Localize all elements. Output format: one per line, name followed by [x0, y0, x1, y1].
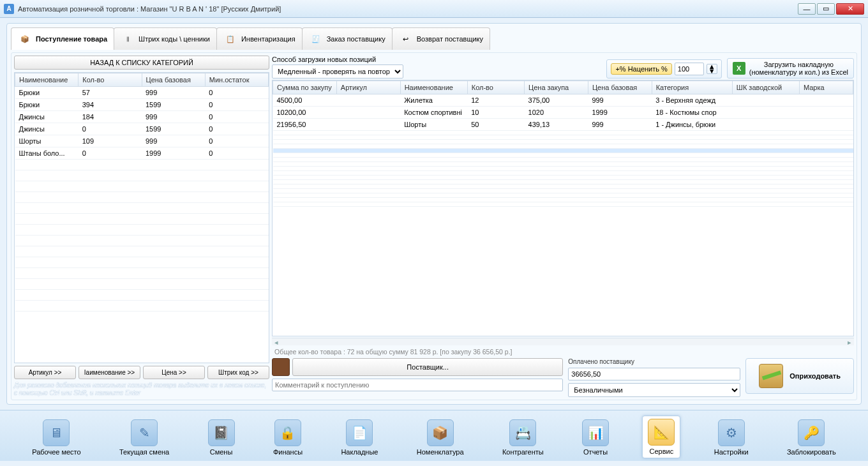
- tab-2[interactable]: 📋Инвентаризация: [216, 27, 303, 50]
- nav-icon: 📦: [427, 419, 454, 446]
- quick-entry-button[interactable]: Iаименование >>: [79, 366, 140, 379]
- titlebar: A Автоматизация розничной торговли : Маг…: [0, 0, 868, 18]
- column-header[interactable]: Мин.остаток: [205, 73, 268, 87]
- right-column: Способ загрузки новых позиций Медленный …: [272, 56, 854, 397]
- nav-item[interactable]: 🔒Финансы: [268, 417, 308, 458]
- column-header[interactable]: Кол-во: [467, 81, 524, 94]
- table-row[interactable]: Джинсы1849990: [15, 111, 269, 123]
- table-row[interactable]: [273, 176, 853, 180]
- table-row[interactable]: [273, 193, 853, 198]
- maximize-button[interactable]: ▭: [817, 3, 835, 15]
- column-header[interactable]: ШК заводской: [732, 81, 799, 94]
- quick-entry-button[interactable]: Артикул >>: [14, 366, 76, 379]
- column-header[interactable]: Цена базовая: [142, 73, 205, 87]
- markup-percent-input[interactable]: [675, 63, 704, 75]
- nav-icon: 🖥: [43, 419, 70, 446]
- table-row[interactable]: Брюки39415990: [15, 99, 269, 111]
- table-row[interactable]: [273, 131, 853, 135]
- table-row[interactable]: [273, 162, 853, 167]
- column-header[interactable]: Артикул: [336, 81, 400, 94]
- receive-button[interactable]: Оприходовать: [745, 358, 854, 394]
- table-row[interactable]: [273, 184, 853, 189]
- quick-entry-button[interactable]: Цена >>: [143, 366, 205, 379]
- table-row[interactable]: Шорты1099990: [15, 135, 269, 147]
- column-header[interactable]: Марка: [799, 81, 853, 94]
- table-row[interactable]: 10200,00Костюм спортивнi101020199918 - К…: [273, 107, 853, 119]
- tab-icon: 📋: [223, 32, 237, 46]
- table-row[interactable]: [273, 202, 853, 207]
- nav-icon: 📄: [346, 419, 373, 446]
- table-row[interactable]: [273, 144, 853, 149]
- comment-input[interactable]: [272, 379, 563, 391]
- scroll-left-icon[interactable]: ◂: [272, 338, 281, 345]
- loadmode-select[interactable]: Медленный - проверять на повтор: [272, 64, 403, 79]
- table-row[interactable]: Брюки579990: [15, 87, 269, 99]
- tab-4[interactable]: ↩Возврат поставщику: [392, 27, 490, 50]
- table-row[interactable]: [273, 158, 853, 162]
- main-panel: 📦Поступление товара⦀Штрих коды \ ценники…: [6, 23, 862, 405]
- supplier-button[interactable]: Поставщик...: [292, 358, 563, 376]
- back-to-categories-button[interactable]: НАЗАД К СПИСКУ КАТЕГОРИЙ: [14, 56, 269, 70]
- receive-icon: [759, 364, 783, 388]
- tab-3[interactable]: 🧾Заказ поставщику: [302, 27, 393, 50]
- column-header[interactable]: Сумма по закупу: [273, 81, 337, 94]
- scroll-right-icon[interactable]: ▸: [845, 338, 854, 345]
- table-row[interactable]: [273, 180, 853, 184]
- column-header[interactable]: Наименование: [15, 73, 79, 87]
- spinner-icon[interactable]: ▲▼: [707, 64, 717, 74]
- tab-icon: ↩: [399, 32, 413, 46]
- app-icon: A: [4, 4, 14, 14]
- totals-summary: Общее кол-во товара : 72 на общую сумму …: [272, 347, 854, 357]
- quick-entry-button[interactable]: Штрих код >>: [207, 366, 269, 379]
- supplier-icon: [272, 358, 290, 376]
- table-row[interactable]: [273, 171, 853, 176]
- categories-grid[interactable]: НаименованиеКол-воЦена базоваяМин.остато…: [14, 72, 269, 363]
- nav-icon: ✎: [131, 419, 158, 446]
- tab-0[interactable]: 📦Поступление товара: [11, 27, 114, 50]
- table-row[interactable]: Штаны боло...019990: [15, 147, 269, 160]
- nav-icon: 📓: [208, 419, 235, 446]
- nav-item[interactable]: 📄Накладные: [336, 417, 383, 458]
- table-row[interactable]: [273, 167, 853, 171]
- table-row[interactable]: [273, 135, 853, 140]
- load-from-excel-button[interactable]: X Загрузить накладную (номенклатуру и ко…: [727, 58, 854, 79]
- tab-bar: 📦Поступление товара⦀Штрих коды \ ценники…: [11, 27, 857, 50]
- column-header[interactable]: Наименование: [400, 81, 467, 94]
- excel-icon: X: [733, 62, 745, 75]
- table-row[interactable]: 21956,50Шорты50439,139991 - Джинсы, брюк…: [273, 119, 853, 131]
- nav-icon: 🔒: [274, 419, 301, 446]
- paid-amount-input[interactable]: [568, 368, 740, 380]
- table-row[interactable]: [273, 189, 853, 193]
- tab-icon: ⦀: [121, 32, 135, 46]
- nav-item[interactable]: 🔑Заблокировать: [782, 417, 841, 458]
- table-row[interactable]: [273, 149, 853, 153]
- column-header[interactable]: Цена базовая: [588, 81, 652, 94]
- markup-button[interactable]: +% Наценить %: [611, 63, 671, 75]
- nav-item[interactable]: 📦Номенклатура: [412, 417, 469, 458]
- table-row[interactable]: [273, 153, 853, 158]
- nav-icon: 📐: [648, 419, 675, 446]
- table-row[interactable]: [273, 140, 853, 144]
- table-row[interactable]: 4500,00Жилетка12375,009993 - Верхняя оде…: [273, 94, 853, 107]
- table-row[interactable]: [273, 198, 853, 202]
- nav-icon: 📊: [582, 419, 609, 446]
- invoice-grid[interactable]: Сумма по закупуАртикулНаименованиеКол-во…: [272, 80, 854, 336]
- column-header[interactable]: Цена закупа: [525, 81, 588, 94]
- minimize-button[interactable]: —: [798, 3, 816, 15]
- tab-1[interactable]: ⦀Штрих коды \ ценники: [114, 27, 217, 50]
- payment-method-select[interactable]: Безналичными: [568, 383, 740, 397]
- nav-item[interactable]: 📐Сервис: [642, 416, 680, 458]
- nav-item[interactable]: 📓Смены: [203, 417, 240, 458]
- nav-item[interactable]: ✎Текущая смена: [114, 417, 174, 458]
- column-header[interactable]: Кол-во: [79, 73, 142, 87]
- multi-select-hint: Для разового добавления нескольких позиц…: [14, 382, 269, 397]
- horizontal-scrollbar[interactable]: ◂ ▸: [272, 338, 854, 345]
- paid-label: Оплачено поставщику: [568, 358, 740, 365]
- nav-item[interactable]: 📇Контрагенты: [497, 417, 549, 458]
- nav-item[interactable]: ⚙Настройки: [709, 417, 754, 458]
- nav-item[interactable]: 🖥Рабочее место: [27, 417, 86, 458]
- close-button[interactable]: ✕: [836, 3, 864, 15]
- nav-item[interactable]: 📊Отчеты: [577, 417, 614, 458]
- table-row[interactable]: Джинсы015990: [15, 123, 269, 135]
- column-header[interactable]: Категория: [652, 81, 732, 94]
